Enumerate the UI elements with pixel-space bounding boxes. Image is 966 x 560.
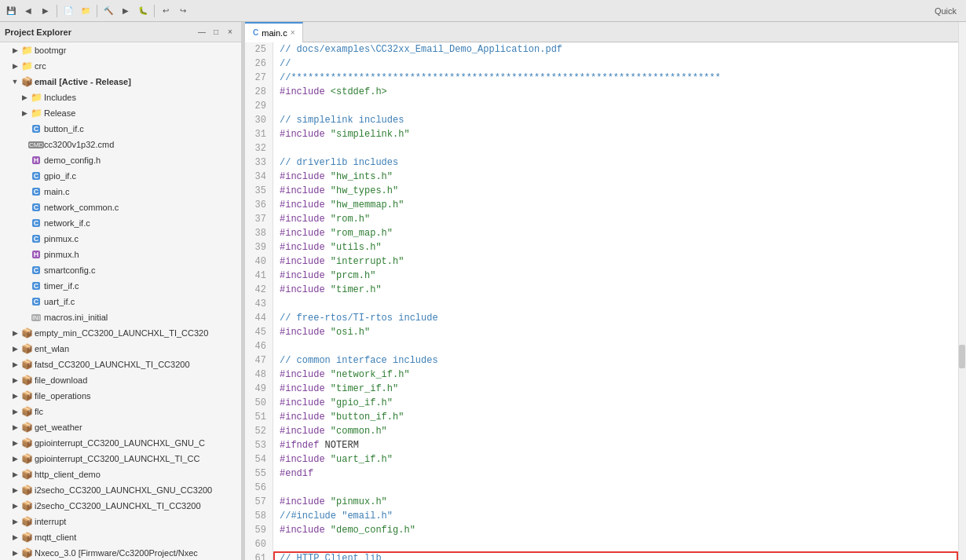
toolbar-btn-debug[interactable]: 🐛 xyxy=(135,3,151,19)
tree-indent xyxy=(0,61,9,71)
tree-icon-macros_ini_initial: INI xyxy=(30,312,42,323)
tree-item-crc[interactable]: ▶📁crc xyxy=(0,58,241,74)
toolbar-btn-next[interactable]: ▶ xyxy=(38,3,53,19)
token-plain xyxy=(325,325,331,339)
sidebar-tree: ▶📁bootmgr ▶📁crc ▼📦email [Active - Releas… xyxy=(0,42,241,560)
token-comment: // free-rtos/TI-rtos include xyxy=(280,311,438,325)
tree-toggle-file_download[interactable]: ▶ xyxy=(9,375,20,386)
tree-item-i2secho_ti[interactable]: ▶📦i2secho_CC3200_LAUNCHXL_TI_CC3200 xyxy=(0,498,241,514)
tree-item-email[interactable]: ▼📦email [Active - Release] xyxy=(0,74,241,90)
tree-icon-network_if_c: C xyxy=(30,218,42,229)
token-comment: // docs/examples\CC32xx_Email_Demo_Appli… xyxy=(280,42,562,57)
token-plain xyxy=(325,452,331,467)
tree-item-smartconfig_c[interactable]: Csmartconfig.c xyxy=(0,262,241,278)
tree-item-network_if_c[interactable]: Cnetwork_if.c xyxy=(0,215,241,231)
toolbar-btn-run[interactable]: ▶ xyxy=(118,3,134,19)
editor-tab-main-c[interactable]: C main.c × xyxy=(245,22,303,42)
sidebar-maximize-btn[interactable]: □ xyxy=(210,26,222,38)
tree-indent xyxy=(0,438,9,448)
tree-toggle-interrupt[interactable]: ▶ xyxy=(9,516,20,527)
toolbar-btn-new[interactable]: 📄 xyxy=(60,3,76,19)
sidebar-close-btn[interactable]: × xyxy=(224,26,236,38)
tree-item-nxeco[interactable]: ▶📦Nxeco_3.0 [Firmware/Cc3200Project/Nxec xyxy=(0,545,241,560)
tree-toggle-gpioint_ti[interactable]: ▶ xyxy=(9,453,20,464)
tree-toggle-file_operations[interactable]: ▶ xyxy=(9,390,20,401)
code-line-44: // free-rtos/TI-rtos include xyxy=(280,311,958,325)
tree-item-http_client_demo[interactable]: ▶📦http_client_demo xyxy=(0,467,241,482)
tree-toggle-fatsd[interactable]: ▶ xyxy=(9,359,20,370)
tree-item-button_if_c[interactable]: Cbutton_if.c xyxy=(0,121,241,137)
tree-indent xyxy=(0,501,9,511)
tree-toggle-nxeco[interactable]: ▶ xyxy=(9,547,20,558)
tree-item-release[interactable]: ▶📁Release xyxy=(0,105,241,121)
toolbar-btn-prev[interactable]: ◀ xyxy=(20,3,36,19)
tree-item-fatsd[interactable]: ▶📦fatsd_CC3200_LAUNCHXL_TI_CC3200 xyxy=(0,357,241,372)
tree-label-ent_wlan: ent_wlan xyxy=(35,344,69,353)
tree-indent xyxy=(0,250,19,259)
tree-item-file_operations[interactable]: ▶📦file_operations xyxy=(0,388,241,404)
tree-indent xyxy=(0,171,19,181)
tree-toggle-includes[interactable]: ▶ xyxy=(19,92,30,103)
tree-toggle-gpioint_gnu[interactable]: ▶ xyxy=(9,437,20,448)
code-line-36: #include "hw_memmap.h" xyxy=(280,198,958,212)
toolbar-btn-undo[interactable]: ↩ xyxy=(158,3,174,19)
tree-indent xyxy=(0,297,19,306)
tab-close-btn[interactable]: × xyxy=(291,28,295,37)
tree-item-mqtt_client[interactable]: ▶📦mqtt_client xyxy=(0,529,241,545)
tree-toggle-crc[interactable]: ▶ xyxy=(9,60,20,71)
tree-indent xyxy=(0,391,9,401)
tree-item-bootmgr[interactable]: ▶📁bootmgr xyxy=(0,42,241,58)
tree-item-main_c[interactable]: Cmain.c xyxy=(0,184,241,199)
tree-item-interrupt[interactable]: ▶📦interrupt xyxy=(0,514,241,529)
tree-label-demo_config_h: demo_config.h xyxy=(44,156,101,165)
tree-item-gpio_if_c[interactable]: Cgpio_if.c xyxy=(0,168,241,184)
tree-toggle-bootmgr[interactable]: ▶ xyxy=(9,45,20,56)
tree-item-network_common_c[interactable]: Cnetwork_common.c xyxy=(0,199,241,215)
tree-toggle-ent_wlan[interactable]: ▶ xyxy=(9,343,20,354)
toolbar-btn-save[interactable]: 💾 xyxy=(3,3,19,19)
tree-label-button_if_c: button_if.c xyxy=(44,124,84,134)
toolbar-btn-build[interactable]: 🔨 xyxy=(101,3,116,19)
tree-item-macros_ini_initial[interactable]: INImacros.ini_initial xyxy=(0,309,241,325)
tree-item-includes[interactable]: ▶📁Includes xyxy=(0,90,241,105)
token-comment: //#include "email.h" xyxy=(280,509,393,523)
tree-toggle-empty_min[interactable]: ▶ xyxy=(9,328,20,339)
right-scrollbar[interactable] xyxy=(958,22,966,560)
tree-icon-gpioint_ti: 📦 xyxy=(20,453,33,464)
tree-item-pinmux_h[interactable]: Hpinmux.h xyxy=(0,247,241,262)
tree-item-i2secho_gnu[interactable]: ▶📦i2secho_CC3200_LAUNCHXL_GNU_CC3200 xyxy=(0,482,241,498)
token-plain xyxy=(325,283,331,297)
toolbar-btn-redo[interactable]: ↪ xyxy=(175,3,191,19)
tree-toggle-release[interactable]: ▶ xyxy=(19,108,30,119)
tree-toggle-http_client_demo[interactable]: ▶ xyxy=(9,469,20,480)
tree-item-ent_wlan[interactable]: ▶📦ent_wlan xyxy=(0,341,241,357)
code-editor[interactable]: 2526272829303132333435363738394041424344… xyxy=(245,42,958,560)
tree-toggle-i2secho_gnu[interactable]: ▶ xyxy=(9,485,20,496)
tree-toggle-flc[interactable]: ▶ xyxy=(9,406,20,417)
toolbar-btn-folder[interactable]: 📁 xyxy=(78,3,93,19)
token-str: "gpio_if.h" xyxy=(331,396,393,410)
tree-item-cc3200v1p32_cmd[interactable]: CMDcc3200v1p32.cmd xyxy=(0,137,241,152)
tree-item-empty_min[interactable]: ▶📦empty_min_CC3200_LAUNCHXL_TI_CC320 xyxy=(0,325,241,341)
tree-toggle-i2secho_ti[interactable]: ▶ xyxy=(9,500,20,511)
tree-toggle-email[interactable]: ▼ xyxy=(9,76,20,87)
tree-label-smartconfig_c: smartconfig.c xyxy=(44,265,95,275)
token-plain xyxy=(325,198,331,212)
tree-icon-uart_if_c: C xyxy=(30,296,42,307)
tree-item-pinmux_c[interactable]: Cpinmux.c xyxy=(0,231,241,247)
tree-item-get_weather[interactable]: ▶📦get_weather xyxy=(0,419,241,435)
tree-toggle-mqtt_client[interactable]: ▶ xyxy=(9,532,20,543)
token-comment: //**************************************… xyxy=(280,71,721,85)
tree-item-flc[interactable]: ▶📦flc xyxy=(0,404,241,419)
tree-toggle-get_weather[interactable]: ▶ xyxy=(9,422,20,433)
tree-item-gpioint_gnu[interactable]: ▶📦gpiointerrupt_CC3200_LAUNCHXL_GNU_C xyxy=(0,435,241,451)
tree-item-uart_if_c[interactable]: Cuart_if.c xyxy=(0,294,241,309)
sidebar-minimize-btn[interactable]: — xyxy=(196,26,208,38)
sidebar: Project Explorer — □ × ▶📁bootmgr ▶📁crc ▼… xyxy=(0,22,242,560)
tree-icon-i2secho_ti: 📦 xyxy=(20,500,33,511)
tree-item-file_download[interactable]: ▶📦file_download xyxy=(0,372,241,388)
tree-item-timer_if_c[interactable]: Ctimer_if.c xyxy=(0,278,241,294)
tree-item-demo_config_h[interactable]: Hdemo_config.h xyxy=(0,152,241,168)
token-kw: #include xyxy=(280,269,325,283)
tree-item-gpioint_ti[interactable]: ▶📦gpiointerrupt_CC3200_LAUNCHXL_TI_CC xyxy=(0,451,241,467)
